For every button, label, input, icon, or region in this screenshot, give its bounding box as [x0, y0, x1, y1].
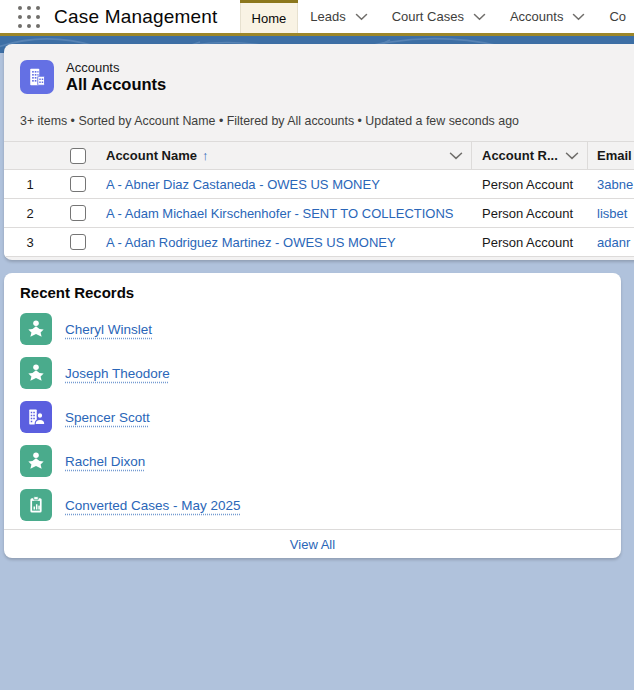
email-link[interactable]: 3abne: [588, 177, 634, 192]
column-header-account-record-type[interactable]: Account R...: [472, 142, 588, 169]
card-footer: View All: [4, 529, 621, 558]
email-link[interactable]: adanr: [588, 235, 634, 250]
tab-accounts[interactable]: Accounts: [498, 0, 597, 33]
tab-court-cases[interactable]: Court Cases: [380, 0, 498, 33]
tab-leads[interactable]: Leads: [298, 0, 379, 33]
chevron-down-icon[interactable]: [355, 13, 368, 21]
column-label: Email: [597, 148, 632, 163]
recent-record-link[interactable]: Joseph Theodore: [65, 366, 170, 381]
column-header-email[interactable]: Email: [588, 142, 634, 169]
tab-label: Accounts: [510, 9, 563, 24]
row-checkbox[interactable]: [70, 205, 86, 221]
global-nav: Case Management Home Leads Court Cases A…: [0, 0, 634, 36]
select-all-cell: [56, 142, 100, 169]
list-item: Converted Cases - May 2025: [4, 483, 621, 527]
row-number: 3: [4, 235, 56, 250]
list-view-header: Accounts All Accounts: [4, 44, 634, 94]
app-name: Case Management: [54, 6, 218, 28]
person-account-icon: [20, 357, 52, 389]
list-item: Joseph Theodore: [4, 351, 621, 395]
account-name-link[interactable]: A - Adan Rodriguez Martinez - OWES US MO…: [100, 235, 472, 250]
record-type-cell: Person Account: [472, 177, 588, 192]
record-type-cell: Person Account: [472, 206, 588, 221]
column-header-account-name[interactable]: Account Name ↑: [100, 142, 472, 169]
recent-record-link[interactable]: Converted Cases - May 2025: [65, 498, 241, 513]
tab-label: Home: [252, 11, 287, 26]
recent-record-link[interactable]: Spencer Scott: [65, 410, 150, 425]
accounts-table: Account Name ↑ Account R... Email 1 A - …: [4, 141, 634, 257]
recent-record-link[interactable]: Rachel Dixon: [65, 454, 145, 469]
tab-label: Court Cases: [392, 9, 464, 24]
chevron-down-icon[interactable]: [572, 13, 585, 21]
app-launcher-icon[interactable]: [18, 6, 40, 28]
person-account-icon: [20, 445, 52, 477]
report-icon: [20, 489, 52, 521]
accounts-building-icon: [20, 60, 54, 94]
tab-contacts-partial[interactable]: Co: [597, 0, 634, 33]
column-menu-chevron-icon[interactable]: [565, 152, 579, 160]
sort-ascending-icon: ↑: [202, 148, 209, 163]
tab-label: Co: [609, 9, 626, 24]
page-title: All Accounts: [66, 75, 166, 94]
row-checkbox[interactable]: [70, 234, 86, 250]
entity-label: Accounts: [66, 60, 166, 75]
chevron-down-icon[interactable]: [473, 13, 486, 21]
record-type-cell: Person Account: [472, 235, 588, 250]
column-label: Account R...: [482, 148, 558, 163]
recent-records-card: Recent Records Cheryl Winslet Joseph The…: [4, 273, 621, 558]
table-row: 1 A - Abner Diaz Castaneda - OWES US MON…: [4, 170, 634, 199]
list-view-card: Accounts All Accounts 3+ items • Sorted …: [4, 44, 634, 260]
view-all-link[interactable]: View All: [290, 537, 335, 552]
list-item: Spencer Scott: [4, 395, 621, 439]
column-label: Account Name: [106, 148, 197, 163]
nav-tabs: Home Leads Court Cases Accounts Co: [240, 0, 634, 33]
list-item: Rachel Dixon: [4, 439, 621, 483]
select-all-checkbox[interactable]: [70, 148, 86, 164]
recent-records-list: Cheryl Winslet Joseph Theodore: [4, 307, 621, 527]
email-link[interactable]: lisbet: [588, 206, 634, 221]
account-name-link[interactable]: A - Abner Diaz Castaneda - OWES US MONEY: [100, 177, 472, 192]
person-account-icon: [20, 313, 52, 345]
table-header-row: Account Name ↑ Account R... Email: [4, 141, 634, 170]
recent-records-title: Recent Records: [4, 273, 621, 301]
list-summary: 3+ items • Sorted by Account Name • Filt…: [20, 114, 634, 128]
row-checkbox[interactable]: [70, 176, 86, 192]
account-name-link[interactable]: A - Adam Michael Kirschenhofer - SENT TO…: [100, 206, 472, 221]
row-number: 1: [4, 177, 56, 192]
table-row: 2 A - Adam Michael Kirschenhofer - SENT …: [4, 199, 634, 228]
recent-record-link[interactable]: Cheryl Winslet: [65, 322, 152, 337]
row-number: 2: [4, 206, 56, 221]
tab-label: Leads: [310, 9, 345, 24]
table-row: 3 A - Adan Rodriguez Martinez - OWES US …: [4, 228, 634, 257]
row-number-header: [4, 142, 56, 169]
column-menu-chevron-icon[interactable]: [449, 152, 463, 160]
tab-home[interactable]: Home: [240, 0, 299, 33]
list-item: Cheryl Winslet: [4, 307, 621, 351]
business-account-icon: [20, 401, 52, 433]
